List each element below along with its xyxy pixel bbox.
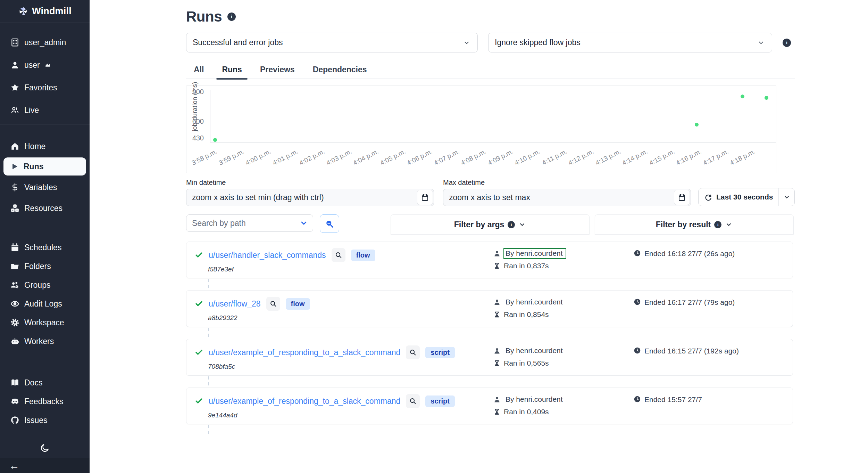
runs-list: u/user/handler_slack_commands flow f587e…	[186, 242, 795, 435]
chart-data-point[interactable]	[741, 95, 744, 98]
chart-y-tick: 430	[189, 134, 204, 142]
play-icon	[10, 162, 19, 171]
magnifier-icon	[269, 300, 277, 308]
chart-x-tick: 4:18 p.m.	[728, 148, 757, 167]
collapse-sidebar-button[interactable]: ←	[9, 460, 19, 471]
sidebar-item-favorites[interactable]: Favorites	[0, 79, 90, 97]
inspect-run-button[interactable]	[406, 394, 420, 408]
sidebar-item-variables[interactable]: Variables	[0, 178, 90, 196]
dollar-icon	[10, 183, 19, 192]
person-icon	[493, 347, 501, 354]
person-icon	[493, 396, 501, 403]
run-path-link[interactable]: u/user/handler_slack_commands	[209, 251, 326, 260]
runs-info-icon[interactable]: i	[227, 13, 236, 21]
dark-mode-toggle[interactable]	[40, 443, 50, 454]
success-check-icon	[195, 348, 203, 357]
chart-data-point[interactable]	[213, 138, 217, 142]
job-status-select[interactable]: Successful and error jobs	[186, 33, 478, 52]
chart-x-tick: 4:04 p.m.	[352, 148, 380, 167]
run-connector	[208, 376, 209, 387]
run-by-user[interactable]: By henri.courdent	[504, 249, 566, 258]
sidebar-item-docs[interactable]: Docs	[0, 374, 90, 392]
page-title: Runs	[186, 8, 222, 25]
run-by-user[interactable]: By henri.courdent	[504, 297, 566, 307]
folder-icon	[10, 262, 19, 271]
time-range-label: Last 30 seconds	[716, 193, 773, 201]
min-datetime-calendar-button[interactable]	[417, 190, 433, 205]
sidebar-item-groups[interactable]: Groups	[0, 276, 90, 294]
clock-icon	[634, 298, 641, 305]
tab-dependencies[interactable]: Dependencies	[305, 62, 375, 79]
tab-all[interactable]: All	[186, 62, 211, 79]
sidebar-item-user[interactable]: user	[0, 56, 90, 74]
chart-x-tick: 4:01 p.m.	[271, 148, 299, 167]
crown-icon	[45, 62, 51, 68]
run-duration: Ran in 0,409s	[504, 408, 549, 416]
run-path-link[interactable]: u/user/flow_28	[209, 299, 261, 309]
run-path-link[interactable]: u/user/example_of_responding_to_a_slack_…	[209, 348, 400, 357]
inspect-run-button[interactable]	[406, 345, 420, 359]
max-datetime-input[interactable]	[443, 189, 691, 206]
sidebar-item-workspace-settings[interactable]: Workspace	[0, 313, 90, 332]
sidebar-item-label: Favorites	[24, 83, 57, 92]
calendar-icon	[421, 193, 429, 202]
sidebar-item-resources[interactable]: Resources	[0, 199, 90, 217]
filter-by-args-panel[interactable]: Filter by args i	[391, 214, 590, 235]
sidebar-item-schedules[interactable]: Schedules	[0, 238, 90, 256]
skipped-flow-info-icon[interactable]: i	[783, 39, 791, 47]
run-path-link[interactable]: u/user/example_of_responding_to_a_slack_…	[209, 397, 400, 406]
run-row: u/user/example_of_responding_to_a_slack_…	[186, 339, 793, 376]
sidebar: Windmill user_admin user Favorites Live	[0, 0, 90, 473]
chevron-down-icon	[300, 219, 308, 227]
max-datetime-calendar-button[interactable]	[674, 190, 690, 205]
run-ended-text: Ended 16:15 27/7 (192s ago)	[644, 347, 739, 355]
run-hash: a8b29322	[208, 314, 493, 322]
sidebar-item-home[interactable]: Home	[0, 137, 90, 155]
skipped-flow-select[interactable]: Ignore skipped flow jobs	[488, 33, 772, 52]
sidebar-item-workspace-user-admin[interactable]: user_admin	[0, 33, 90, 51]
tab-previews[interactable]: Previews	[252, 62, 302, 79]
run-connector	[208, 328, 209, 338]
person-icon	[493, 250, 501, 257]
sidebar-item-runs-active[interactable]: Runs	[3, 157, 86, 176]
hourglass-icon	[493, 408, 500, 415]
chart-data-point[interactable]	[765, 96, 768, 100]
sidebar-item-live[interactable]: Live	[0, 101, 90, 119]
search-button[interactable]	[320, 214, 339, 233]
run-connector	[208, 279, 209, 289]
sidebar-item-audit-logs[interactable]: Audit Logs	[0, 295, 90, 313]
sidebar-item-workers[interactable]: Workers	[0, 332, 90, 350]
sidebar-item-label: Audit Logs	[24, 299, 62, 309]
search-by-path-select[interactable]: Search by path	[186, 214, 313, 232]
person-icon	[10, 60, 19, 70]
inspect-run-button[interactable]	[266, 297, 280, 311]
time-range-button[interactable]: Last 30 seconds	[698, 188, 795, 206]
cubes-icon	[10, 204, 19, 213]
chart-x-tick: 4:17 p.m.	[702, 148, 730, 167]
sidebar-item-feedbacks[interactable]: Feedbacks	[0, 392, 90, 410]
job-duration-chart[interactable]: job duration (ms) 9006004303:58 p.m.3:59…	[186, 85, 776, 173]
filter-by-result-panel[interactable]: Filter by result i	[595, 214, 794, 235]
sidebar-item-label: Resources	[24, 204, 62, 213]
min-datetime-input[interactable]	[186, 189, 434, 206]
sidebar-item-issues[interactable]: Issues	[0, 411, 90, 429]
users-icon	[10, 106, 19, 115]
discord-icon	[10, 397, 19, 406]
windmill-logo[interactable]: Windmill	[0, 0, 90, 23]
chart-y-tick: 600	[189, 117, 204, 125]
run-by-user[interactable]: By henri.courdent	[504, 395, 566, 404]
sidebar-divider	[0, 124, 90, 124]
chart-data-point[interactable]	[695, 123, 699, 127]
refresh-icon	[704, 193, 712, 201]
chart-x-tick: 4:07 p.m.	[433, 148, 461, 167]
chart-x-tick: 4:13 p.m.	[594, 148, 622, 167]
gear-icon	[10, 318, 19, 327]
sidebar-item-folders[interactable]: Folders	[0, 257, 90, 275]
time-range-chevron[interactable]	[778, 188, 794, 206]
run-row: u/user/handler_slack_commands flow f587e…	[186, 242, 793, 278]
inspect-run-button[interactable]	[332, 248, 345, 262]
run-by-user[interactable]: By henri.courdent	[504, 346, 566, 356]
tab-runs[interactable]: Runs	[214, 62, 250, 79]
filter-result-info-icon[interactable]: i	[714, 221, 721, 228]
filter-args-info-icon[interactable]: i	[508, 221, 515, 228]
